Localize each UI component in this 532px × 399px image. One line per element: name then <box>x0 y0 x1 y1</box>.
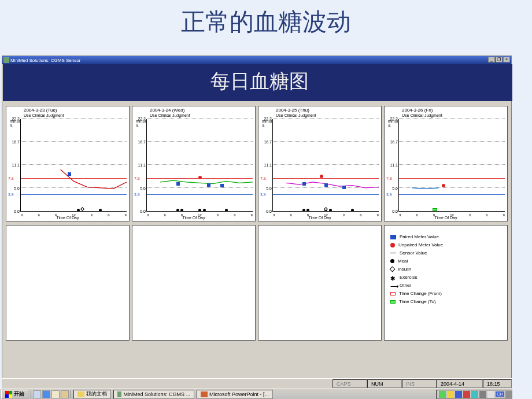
x-axis-label: Time Of Day <box>385 216 507 220</box>
blank-panel <box>132 225 256 341</box>
meal-marker <box>176 209 179 212</box>
y-tick: 11.1 <box>8 163 20 167</box>
desktop-icon[interactable] <box>51 390 60 398</box>
sensor-trace <box>399 119 505 211</box>
y-tick: 5.6 <box>134 186 146 190</box>
y-tick: 22.2 <box>386 117 398 121</box>
chart-subtitle: Use Clinical Judgment <box>150 113 190 117</box>
titlebar: MiniMed Solutions: CGMS Sensor _ ❐ × <box>2 56 511 64</box>
ref-high-label: 7.8 <box>134 176 140 180</box>
legend-item-other: ⟶Other <box>390 283 501 288</box>
x-axis-label: Time Of Day <box>132 216 255 220</box>
quicklaunch-icon[interactable] <box>61 390 69 398</box>
ie-icon[interactable] <box>42 390 50 398</box>
meal-marker <box>351 209 354 212</box>
tray-icon[interactable] <box>463 391 470 398</box>
y-tick: 0.0 <box>8 209 20 213</box>
legend-item-meal: Meal <box>390 258 501 264</box>
legend-item-tcfrom: Time Change (From) <box>390 291 501 296</box>
y-tick: 22.2 <box>260 117 272 121</box>
plot-area: 0.05.611.116.722.27.83.936912369 <box>20 119 127 212</box>
chart-date: 2004-3-23 (Tue) <box>24 108 57 113</box>
tray-icon[interactable] <box>455 391 462 398</box>
start-label: 开始 <box>14 390 24 398</box>
chart-subtitle: Use Clinical Judgment <box>402 113 442 117</box>
chart-date: 2004-3-24 (Wed) <box>150 108 184 113</box>
tray-icon[interactable] <box>447 391 454 398</box>
app-icon <box>3 57 9 63</box>
legend-label: Sensor Value <box>400 250 427 256</box>
status-ins: INS <box>402 379 437 388</box>
y-tick: 5.6 <box>386 186 398 190</box>
tray-icon[interactable] <box>505 391 512 398</box>
meal-marker <box>198 209 201 212</box>
paired-meter-marker <box>207 183 210 187</box>
windows-flag-icon <box>5 391 12 398</box>
powerpoint-icon <box>201 391 208 397</box>
paired-meter-marker <box>68 172 71 176</box>
meal-marker <box>203 209 206 212</box>
tray-icon[interactable] <box>471 391 478 398</box>
ref-low-label: 3.9 <box>134 193 140 197</box>
taskbar-app2-label: Microsoft PowerPoint - [... <box>209 391 269 397</box>
close-button[interactable]: × <box>503 57 510 62</box>
restore-button[interactable]: ❐ <box>496 57 503 62</box>
app-title: MiniMed Solutions: CGMS Sensor <box>10 58 80 63</box>
x-axis-label: Time Of Day <box>6 216 129 220</box>
y-tick: 5.6 <box>8 186 20 190</box>
y-tick: 11.1 <box>134 163 146 167</box>
plot-area: 0.05.611.116.722.27.83.936912369 <box>272 119 379 212</box>
taskbar-app2[interactable]: Microsoft PowerPoint - [... <box>197 390 273 399</box>
taskbar-app1[interactable]: MiniMed Solutions: CGMS ... <box>113 390 194 399</box>
slide-margin <box>512 0 532 399</box>
y-tick: 11.1 <box>386 163 398 167</box>
legend-label: Other <box>400 283 411 288</box>
status-time: 18:15 <box>483 379 512 388</box>
app-window: MiniMed Solutions: CGMS Sensor _ ❐ × 每日血… <box>2 56 512 380</box>
y-tick: 22.2 <box>8 117 20 121</box>
sensor-trace <box>273 119 379 211</box>
y-tick: 0.0 <box>386 209 398 213</box>
chart-subtitle: Use Clinical Judgment <box>24 113 64 117</box>
meal-marker <box>99 209 102 212</box>
sensor-trace <box>147 119 253 211</box>
gridline <box>147 118 253 119</box>
blank-panel <box>258 225 382 341</box>
taskbar: 开始 我的文档 MiniMed Solutions: CGMS ... Micr… <box>0 389 532 399</box>
legend-label: Paired Meter Value <box>400 234 439 239</box>
start-button[interactable]: 开始 <box>1 390 28 399</box>
ref-high-label: 7.8 <box>8 176 14 180</box>
legend-label: Exercise <box>400 275 418 280</box>
lang-indicator[interactable]: CH <box>496 391 505 397</box>
y-tick: 11.1 <box>260 163 272 167</box>
y-tick: 5.6 <box>260 186 272 190</box>
legend-panel: Paired Meter ValueUnpaired Meter ValueSe… <box>384 225 508 341</box>
statusbar: CAPS NUM INS 2004-4-14 18:15 <box>2 378 512 389</box>
paired-meter-marker <box>302 182 306 186</box>
meal-marker <box>180 209 183 212</box>
meal-marker <box>77 209 80 212</box>
plot-area: 0.05.611.116.722.27.83.936912369 <box>398 119 505 212</box>
tray-icon[interactable] <box>479 391 486 398</box>
chart-date: 2004-3-26 (Fri) <box>402 108 433 113</box>
blank-panel <box>6 225 130 341</box>
time-change-to-marker <box>433 208 437 211</box>
tray-icon[interactable] <box>487 391 494 398</box>
y-tick: 16.7 <box>134 140 146 144</box>
legend-item-sensor: Sensor Value <box>390 250 501 256</box>
ref-low-label: 3.9 <box>386 193 392 197</box>
quicklaunch-icon[interactable] <box>33 390 41 398</box>
chart-subtitle: Use Clinical Judgment <box>276 113 316 117</box>
y-tick: 16.7 <box>8 140 20 144</box>
tray-icon[interactable] <box>439 391 446 398</box>
legend-item-unpaired: Unpaired Meter Value <box>390 242 501 247</box>
folder-icon <box>77 391 84 397</box>
status-num: NUM <box>367 379 402 388</box>
minimize-button[interactable]: _ <box>488 57 495 62</box>
status-caps: CAPS <box>332 379 367 388</box>
meal-marker <box>225 209 228 212</box>
taskbar-folder[interactable]: 我的文档 <box>73 390 111 399</box>
paired-meter-marker <box>342 186 346 189</box>
legend-label: Insulin <box>398 267 411 272</box>
app-icon <box>117 391 121 397</box>
